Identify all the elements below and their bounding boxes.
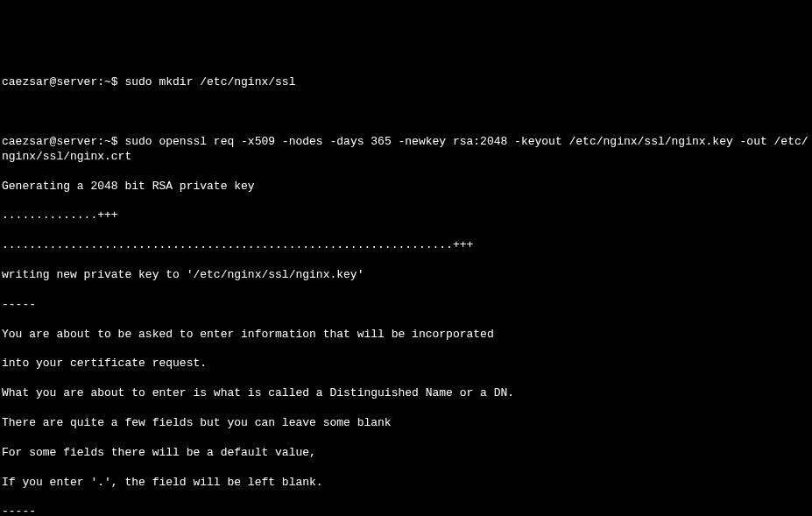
output-line: You are about to be asked to enter infor… xyxy=(2,328,810,343)
output-line: writing new private key to '/etc/nginx/s… xyxy=(2,268,810,283)
output-line: What you are about to enter is what is c… xyxy=(2,386,810,401)
output-line: For some fields there will be a default … xyxy=(2,446,810,461)
command-line: caezsar@server:~$ sudo mkdir /etc/nginx/… xyxy=(2,75,810,90)
output-line: ----- xyxy=(2,298,810,313)
prompt: caezsar@server:~$ xyxy=(2,135,124,148)
output-line: ..............+++ xyxy=(2,209,810,223)
blank-line xyxy=(2,105,810,120)
output-line: If you enter '.', the field will be left… xyxy=(2,476,810,491)
output-line: into your certificate request. xyxy=(2,357,810,371)
output-line: ----- xyxy=(2,505,810,516)
command-text: sudo mkdir /etc/nginx/ssl xyxy=(124,75,295,88)
command-line: caezsar@server:~$ sudo openssl req -x509… xyxy=(2,135,810,165)
terminal-window[interactable]: caezsar@server:~$ sudo mkdir /etc/nginx/… xyxy=(2,61,810,516)
output-line: Generating a 2048 bit RSA private key xyxy=(2,180,810,194)
prompt: caezsar@server:~$ xyxy=(2,75,124,88)
output-line: ........................................… xyxy=(2,238,810,253)
output-line: There are quite a few fields but you can… xyxy=(2,416,810,431)
